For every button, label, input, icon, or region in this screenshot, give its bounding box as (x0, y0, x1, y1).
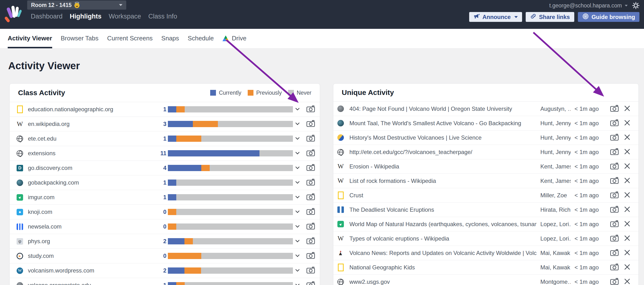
page-link-title[interactable]: http://ete.cet.edu/gcc/?/volcanoes_teach… (350, 149, 536, 155)
tab-snaps[interactable]: Snaps (161, 29, 179, 48)
tab-browser-tabs[interactable]: Browser Tabs (61, 29, 98, 48)
tab-schedule[interactable]: Schedule (188, 29, 214, 48)
currently-count: 1 (155, 194, 166, 201)
tab-drive[interactable]: Drive (222, 29, 246, 48)
currently-count: 0 (155, 253, 166, 259)
close-icon[interactable] (624, 192, 630, 199)
camera-icon[interactable] (306, 135, 315, 143)
nav-item-workspace[interactable]: Workspace (109, 13, 141, 20)
chevron-down-icon[interactable] (295, 107, 300, 111)
page-link-title[interactable]: The Deadliest Volcanic Eruptions (350, 206, 536, 213)
chevron-down-icon[interactable] (295, 283, 300, 285)
close-icon[interactable] (624, 235, 630, 242)
camera-icon[interactable] (306, 237, 315, 245)
student-name: Lopez, Lori… (540, 221, 571, 228)
chevron-down-icon (514, 16, 518, 18)
nav-item-dashboard[interactable]: Dashboard (31, 13, 62, 20)
camera-icon[interactable] (610, 105, 619, 113)
page-link-title[interactable]: List of rock formations - Wikipedia (350, 178, 536, 184)
close-icon[interactable] (624, 264, 630, 271)
close-icon[interactable] (624, 149, 630, 156)
class-activity-row: ete.cet.edu1 (10, 131, 320, 146)
nav-item-highlights[interactable]: Highlights (70, 13, 102, 20)
chevron-down-icon[interactable] (295, 136, 300, 141)
close-icon[interactable] (624, 206, 630, 213)
chevron-down-icon[interactable] (295, 122, 300, 126)
site-domain: volcanism.wordpress.com (28, 267, 155, 274)
tab-label: Activity Viewer (8, 35, 52, 42)
chevron-down-icon[interactable] (295, 210, 300, 214)
camera-icon[interactable] (306, 179, 315, 187)
gear-icon[interactable] (632, 2, 640, 9)
natgeo-favicon (338, 192, 344, 199)
chevron-down-icon[interactable] (295, 195, 300, 200)
camera-icon[interactable] (610, 134, 619, 142)
natgeo-favicon (16, 106, 23, 113)
tab-current-screens[interactable]: Current Screens (107, 29, 153, 48)
camera-icon[interactable] (306, 164, 315, 172)
page-link-title[interactable]: www2.usgs.gov (350, 279, 536, 285)
camera-icon[interactable] (306, 105, 315, 113)
close-icon[interactable] (624, 177, 630, 185)
camera-icon[interactable] (306, 223, 315, 231)
camera-icon[interactable] (306, 267, 315, 275)
tab-activity-viewer[interactable]: Activity Viewer (8, 29, 52, 48)
currently-count: 2 (155, 238, 166, 245)
close-icon[interactable] (624, 250, 630, 257)
page-link-title[interactable]: Erosion - Wikipedia (350, 163, 536, 170)
close-icon[interactable] (624, 163, 630, 170)
camera-icon[interactable] (610, 249, 619, 257)
close-icon[interactable] (624, 134, 630, 141)
page-link-title[interactable]: National Geographic Kids (350, 264, 536, 271)
camera-icon[interactable] (306, 120, 315, 128)
camera-icon[interactable] (610, 278, 619, 285)
camera-icon[interactable] (610, 119, 619, 127)
guide-browsing-button[interactable]: Guide browsing (578, 12, 640, 22)
page-link-title[interactable]: Crust (350, 192, 536, 199)
chevron-down-icon[interactable] (295, 181, 300, 185)
chevron-down-icon[interactable] (295, 225, 300, 229)
announce-button[interactable]: Announce (469, 12, 522, 22)
camera-icon[interactable] (610, 263, 619, 272)
currently-segment (168, 282, 176, 285)
page-link-title[interactable]: Volcano News: Reports and Updates on Vol… (350, 250, 536, 257)
activity-bar (168, 238, 293, 244)
camera-icon[interactable] (610, 177, 619, 185)
account-menu[interactable]: t.george@school.hapara.com (549, 1, 640, 9)
camera-icon[interactable] (610, 148, 619, 156)
student-name: Hirata, Rich… (540, 206, 571, 213)
camera-icon[interactable] (610, 220, 619, 228)
close-icon[interactable] (624, 221, 630, 228)
class-activity-row: go.discovery.com4 (10, 161, 320, 175)
close-icon[interactable] (624, 278, 630, 285)
activity-bar (168, 121, 293, 127)
chevron-down-icon[interactable] (295, 151, 300, 155)
hapara-logo[interactable] (5, 6, 21, 24)
class-activity-panel: Class Activity CurrentlyPreviouslyNever … (10, 83, 320, 285)
page-link-title[interactable]: Mount Taal, The World's Smallest Active … (350, 120, 536, 127)
class-selector-dropdown[interactable]: Room 12 - 1415 (27, 0, 126, 9)
camera-icon[interactable] (610, 191, 619, 200)
camera-icon[interactable] (306, 208, 315, 216)
chevron-down-icon[interactable] (295, 239, 300, 244)
page-link-title[interactable]: Types of volcanic eruptions - Wikipedia (350, 235, 536, 242)
chevron-down-icon[interactable] (295, 166, 300, 170)
chevron-down-icon[interactable] (295, 254, 300, 258)
share-links-button[interactable]: Share links (526, 12, 574, 22)
camera-icon[interactable] (610, 206, 619, 214)
nav-item-class-info[interactable]: Class Info (148, 13, 177, 20)
camera-icon[interactable] (306, 281, 315, 285)
close-icon[interactable] (624, 105, 630, 112)
chevron-down-icon[interactable] (295, 269, 300, 273)
camera-icon[interactable] (306, 149, 315, 157)
page-link-title[interactable]: History's Most Destructive Volcanoes | L… (350, 134, 536, 141)
page-link-title[interactable]: 404: Page Not Found | Volcano World | Or… (350, 105, 536, 112)
student-name: Kent, James (540, 163, 571, 170)
camera-icon[interactable] (610, 235, 619, 243)
previously-segment (184, 238, 193, 244)
close-icon[interactable] (624, 120, 630, 127)
camera-icon[interactable] (306, 193, 315, 201)
page-link-title[interactable]: World Map of Natural Hazards (earthquake… (350, 221, 536, 228)
camera-icon[interactable] (306, 252, 315, 260)
camera-icon[interactable] (610, 162, 619, 171)
